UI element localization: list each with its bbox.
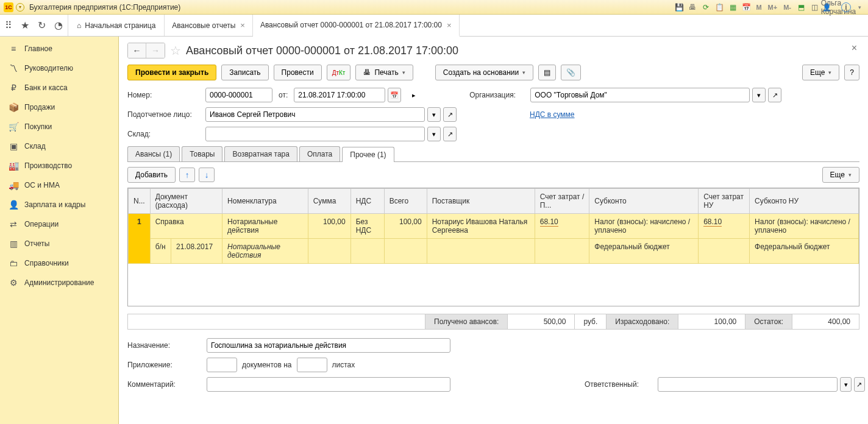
cell-doc[interactable]: Справка — [150, 214, 222, 239]
attach-button[interactable]: 📎 — [561, 65, 581, 80]
help-button[interactable]: ? — [844, 65, 859, 80]
col-total[interactable]: Всего — [384, 189, 427, 214]
cell-total[interactable]: 100,00 — [384, 214, 427, 239]
sheets-count-input[interactable] — [297, 358, 327, 372]
m-button[interactable]: M — [755, 2, 763, 12]
cell-sum[interactable]: 100,00 — [308, 214, 350, 239]
purpose-input[interactable] — [207, 338, 450, 353]
cell-nomen[interactable]: Нотариальные действия — [222, 214, 308, 239]
move-down-button[interactable]: ↓ — [199, 168, 215, 182]
close-document-button[interactable]: × — [852, 43, 857, 54]
report-button[interactable]: ▤ — [538, 65, 556, 80]
add-row-button[interactable]: Добавить — [127, 167, 176, 183]
comment-input[interactable] — [207, 377, 450, 392]
cell-acc[interactable]: 68.10 — [535, 214, 589, 239]
sidebar-item-warehouse[interactable]: ▣Склад — [0, 136, 118, 156]
warehouse-dropdown-button[interactable]: ▾ — [427, 127, 441, 141]
panel-icon[interactable]: ◫ — [809, 2, 819, 12]
save-icon[interactable]: 💾 — [674, 2, 684, 12]
close-icon[interactable]: × — [447, 21, 452, 30]
link-icon[interactable]: ⬒ — [796, 2, 806, 12]
number-input[interactable] — [205, 88, 272, 102]
compare-icon[interactable]: 📋 — [714, 2, 724, 12]
calendar-button[interactable]: 📅 — [388, 88, 401, 102]
cell-sub[interactable]: Налог (взносы): начислено / уплачено — [589, 214, 699, 239]
favorite-icon[interactable]: ★ — [21, 19, 29, 31]
sidebar-item-manager[interactable]: 〽Руководителю — [0, 58, 118, 78]
refresh-icon[interactable]: ⟳ — [701, 2, 711, 12]
history-icon[interactable]: ↻ — [38, 19, 46, 31]
more-button[interactable]: Еще▾ — [802, 65, 839, 80]
dropdown-icon[interactable]: ▾ — [855, 2, 864, 12]
mplus-button[interactable]: M+ — [767, 2, 779, 12]
close-icon[interactable]: × — [240, 21, 245, 30]
notifications-icon[interactable]: ◔ — [54, 19, 63, 31]
col-sub[interactable]: Субконто — [589, 189, 699, 214]
tab-other[interactable]: Прочее (1) — [342, 147, 394, 162]
org-input[interactable] — [530, 88, 750, 102]
cell-docdate[interactable]: 21.08.2017 — [171, 239, 222, 264]
sidebar-item-reports[interactable]: ▥Отчеты — [0, 234, 118, 253]
tab-more-button[interactable]: Еще▾ — [822, 167, 859, 183]
org-open-button[interactable]: ↗ — [768, 88, 781, 102]
col-sum[interactable]: Сумма — [308, 189, 350, 214]
sidebar-item-hr[interactable]: 👤Зарплата и кадры — [0, 195, 118, 214]
sidebar-item-production[interactable]: 🏭Производство — [0, 156, 118, 175]
tab-goods[interactable]: Товары — [182, 146, 222, 161]
warehouse-input[interactable] — [205, 127, 425, 141]
cell-nomen2[interactable]: Нотариальные действия — [222, 239, 308, 264]
sidebar-item-bank[interactable]: ₽Банк и касса — [0, 78, 118, 97]
col-subnu[interactable]: Субконто НУ — [750, 189, 859, 214]
col-nds[interactable]: НДС — [350, 189, 384, 214]
docs-count-input[interactable] — [207, 358, 237, 372]
calendar-icon[interactable]: 📅 — [741, 2, 751, 12]
tab-return-tara[interactable]: Возвратная тара — [224, 146, 297, 161]
person-dropdown-button[interactable]: ▾ — [427, 107, 441, 122]
posted-icon[interactable]: ▸ — [407, 88, 421, 102]
responsible-input[interactable] — [658, 377, 838, 392]
cell-accnu[interactable]: 68.10 — [699, 214, 750, 239]
col-doc[interactable]: Документ (расхода) — [150, 189, 222, 214]
home-tab[interactable]: ⌂ Начальная страница — [68, 15, 165, 36]
apps-icon[interactable]: ⠿ — [5, 19, 12, 31]
sidebar-item-operations[interactable]: ⇄Операции — [0, 214, 118, 234]
sidebar-item-purchases[interactable]: 🛒Покупки — [0, 117, 118, 136]
person-input[interactable] — [205, 107, 425, 122]
sidebar-item-main[interactable]: ≡Главное — [0, 39, 118, 58]
print-button[interactable]: 🖶Печать▾ — [355, 65, 413, 80]
user-menu[interactable]: 👤 Ольга Корчагина — [828, 2, 838, 12]
tab-advances[interactable]: Авансы (1) — [127, 146, 180, 161]
create-based-button[interactable]: Создать на основании▾ — [435, 65, 534, 80]
resp-dropdown-button[interactable]: ▾ — [840, 377, 851, 392]
nds-link[interactable]: НДС в сумме — [530, 110, 575, 119]
warehouse-open-button[interactable]: ↗ — [443, 127, 457, 141]
cell-nds[interactable]: Без НДС — [350, 214, 384, 239]
col-acc[interactable]: Счет затрат / П... — [535, 189, 589, 214]
table-row[interactable]: б/н 21.08.2017 Нотариальные действия Фед… — [129, 239, 859, 264]
tab-advance-reports[interactable]: Авансовые отчеты × — [165, 15, 253, 36]
col-supplier[interactable]: Поставщик — [427, 189, 535, 214]
col-accnu[interactable]: Счет затрат НУ — [699, 189, 750, 214]
cell-subnu2[interactable]: Федеральный бюджет — [750, 239, 859, 264]
cell-subnu[interactable]: Налог (взносы): начислено / уплачено — [750, 214, 859, 239]
post-button[interactable]: Провести — [274, 65, 322, 80]
cell-supplier[interactable]: Нотариус Ивашова Наталья Сергеевна — [427, 214, 535, 239]
person-open-button[interactable]: ↗ — [443, 107, 457, 122]
detail-grid[interactable]: N... Документ (расхода) Номенклатура Сум… — [127, 188, 859, 306]
sidebar-item-assets[interactable]: 🚚ОС и НМА — [0, 175, 118, 195]
date-input[interactable] — [294, 88, 385, 102]
table-row[interactable]: 1 Справка Нотариальные действия 100,00 Б… — [129, 214, 859, 239]
org-dropdown-button[interactable]: ▾ — [752, 88, 766, 102]
print-icon[interactable]: 🖶 — [688, 2, 697, 12]
mminus-button[interactable]: M- — [782, 2, 792, 12]
sidebar-item-admin[interactable]: ⚙Администрирование — [0, 273, 118, 292]
cell-sub2[interactable]: Федеральный бюджет — [589, 239, 699, 264]
post-and-close-button[interactable]: Провести и закрыть — [127, 65, 216, 80]
move-up-button[interactable]: ↑ — [179, 168, 195, 182]
dtkr-button[interactable]: ДтКт — [327, 65, 351, 80]
tab-advance-report-doc[interactable]: Авансовый отчет 0000-000001 от 21.08.201… — [253, 15, 460, 37]
calc-icon[interactable]: ▦ — [728, 2, 738, 12]
save-button[interactable]: Записать — [221, 65, 268, 80]
sidebar-item-sales[interactable]: 📦Продажи — [0, 97, 118, 117]
app-menu-dropdown[interactable]: ▾ — [16, 3, 24, 12]
